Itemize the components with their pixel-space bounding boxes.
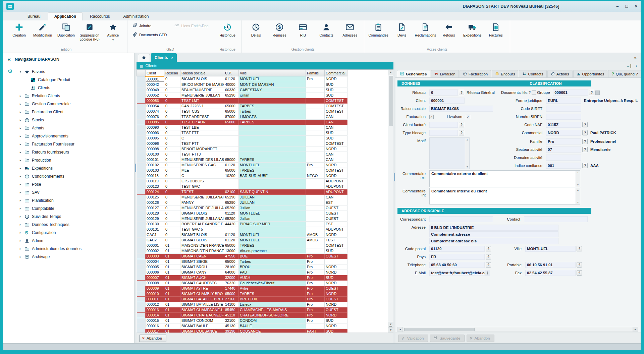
cell-raison-sociale[interactable]: MENUISERIE JUILLAN bbox=[180, 93, 224, 98]
row-selector[interactable] bbox=[137, 152, 146, 157]
ribbon-button-duplication[interactable]: Duplication bbox=[55, 21, 77, 37]
cell-c-p[interactable]: 17440 bbox=[224, 286, 239, 291]
row-selector[interactable] bbox=[137, 312, 146, 318]
cell-commercial[interactable]: NORD bbox=[325, 312, 347, 318]
documents-lies-checkbox[interactable] bbox=[532, 91, 536, 95]
scroll-end-icon[interactable]: ▼ bbox=[388, 322, 393, 327]
row-selector[interactable] bbox=[137, 178, 146, 184]
cell-commercial[interactable]: NORD bbox=[325, 302, 347, 307]
cell-famille[interactable] bbox=[306, 157, 325, 162]
cell-client[interactable]: 000014 bbox=[146, 312, 164, 318]
row-selector[interactable] bbox=[137, 76, 146, 82]
cell-client[interactable]: 000123 bbox=[146, 184, 164, 189]
row-selector[interactable] bbox=[137, 205, 146, 211]
row-selector[interactable] bbox=[137, 296, 146, 302]
sidebar-item-conditionnements[interactable]: ▸Conditionnements bbox=[18, 172, 134, 180]
table-row[interactable]: 0000960TEST FTTCOMTEST bbox=[137, 141, 347, 146]
cell-reseau[interactable]: 0 bbox=[164, 146, 180, 152]
cell-c-p[interactable]: 65290 bbox=[224, 194, 239, 200]
adresse-ligne2-field[interactable]: Complément adresse bbox=[429, 231, 558, 237]
table-row[interactable]: 0001270MENUISERIE DE JUILLAN65290Juillan… bbox=[137, 205, 347, 211]
cell-famille[interactable]: Pro bbox=[306, 76, 325, 82]
cell-raison-sociale[interactable]: TEST FTT bbox=[180, 141, 224, 146]
table-row[interactable]: 00000901BIGMAT AYTRE17440AytreProOUEST bbox=[137, 286, 347, 291]
cell-client[interactable]: 000126 bbox=[146, 200, 164, 205]
cell-commercial[interactable]: COMTEST bbox=[325, 109, 347, 114]
cell-commercial[interactable]: CAN bbox=[325, 194, 347, 200]
cell-client[interactable]: 000015 bbox=[146, 318, 164, 323]
cell-c-p[interactable]: 65290 bbox=[224, 216, 239, 221]
help-button[interactable]: ? bbox=[486, 254, 491, 259]
table-row[interactable]: 0001240TREST02100SAINT QUENTINADUPONT bbox=[137, 189, 347, 194]
cell-commercial[interactable]: SUD bbox=[325, 318, 347, 323]
cell-reseau[interactable]: 01 bbox=[164, 323, 180, 329]
cell-client[interactable]: 000085 bbox=[146, 119, 164, 125]
sidebar-item-approvisionnements[interactable]: ▸Approvisionnements bbox=[18, 132, 134, 140]
table-row[interactable]: 0001250MENUISERIE JUILLANAIS65290JUILLAN… bbox=[137, 194, 347, 200]
chevron-right-icon[interactable]: ▸ bbox=[18, 231, 22, 234]
table-row[interactable]: 0001260FANNY65290JUILLANEST bbox=[137, 200, 347, 205]
cell-commercial[interactable]: SUD bbox=[325, 329, 347, 333]
row-selector[interactable] bbox=[137, 135, 146, 141]
table-row[interactable]: 00000301BIGMAT CAEN47550BOEProOUEST bbox=[137, 253, 347, 259]
cell-raison-sociale[interactable]: TEST GAC bbox=[180, 184, 224, 189]
ribbon-tab-application[interactable]: Application bbox=[48, 12, 83, 20]
row-selector[interactable] bbox=[137, 243, 146, 248]
cell-c-p[interactable] bbox=[224, 141, 239, 146]
cell-famille[interactable] bbox=[306, 109, 325, 114]
ribbon-button-retours[interactable]: Retours bbox=[437, 21, 460, 37]
cell-famille[interactable] bbox=[306, 93, 325, 98]
cell-ville[interactable]: CHATEAUNEUF-SUR-LOIRE bbox=[239, 312, 306, 318]
cell-client[interactable]: 000095 bbox=[146, 135, 164, 141]
cell-c-p[interactable]: 76320 bbox=[224, 280, 239, 286]
cell-commercial[interactable]: NORD bbox=[325, 270, 347, 275]
cell-ville[interactable]: PAU bbox=[239, 270, 306, 275]
cell-ville[interactable] bbox=[239, 146, 306, 152]
cell-client[interactable]: 000049 bbox=[146, 87, 164, 93]
cell-client[interactable]: 000098 bbox=[146, 146, 164, 152]
cell-raison-sociale[interactable]: FANNY bbox=[180, 200, 224, 205]
cell-ville[interactable]: SAINT QUENTIN bbox=[239, 189, 306, 194]
table-row[interactable]: 00000201MAISONS D'EN FRANCE13090Aix-en-p… bbox=[137, 248, 347, 253]
cell-commercial[interactable]: OUEST bbox=[325, 205, 347, 211]
cell-ville[interactable]: BROU bbox=[239, 264, 306, 270]
cell-raison-sociale[interactable]: MENUISERIE DE JUILLAN bbox=[180, 205, 224, 211]
cell-commercial[interactable]: ADUPONT bbox=[325, 178, 347, 184]
cell-client[interactable]: 000054 bbox=[146, 103, 164, 109]
cell-c-p[interactable]: 47550 bbox=[224, 253, 239, 259]
sidebar-item-expeditions[interactable]: ▸Expéditions bbox=[18, 164, 134, 172]
cell-commercial[interactable]: NORD bbox=[325, 280, 347, 286]
ribbon-button-joindre[interactable]: Joindre bbox=[130, 21, 153, 30]
cell-reseau[interactable]: 0 bbox=[164, 232, 180, 237]
cell-ville[interactable]: CONDOM bbox=[239, 318, 306, 323]
cell-ville[interactable]: Aix-en-provence bbox=[239, 248, 306, 253]
cell-c-p[interactable]: 01120 bbox=[224, 237, 239, 243]
cell-c-p[interactable] bbox=[224, 125, 239, 130]
cell-famille[interactable] bbox=[306, 114, 325, 119]
row-selector[interactable] bbox=[137, 130, 146, 135]
cell-client[interactable]: 000007 bbox=[146, 275, 164, 280]
ribbon-button-expeditions[interactable]: Expéditions bbox=[461, 21, 484, 37]
ville-field[interactable]: MONTLUEL bbox=[525, 246, 576, 252]
cell-reseau[interactable]: 01 bbox=[164, 291, 180, 296]
help-button[interactable]: ? bbox=[577, 246, 582, 251]
table-row[interactable]: 0001310TEST GAC 5ADUPONT bbox=[137, 227, 347, 232]
cell-c-p[interactable] bbox=[224, 135, 239, 141]
row-selector[interactable] bbox=[137, 211, 146, 216]
cell-commercial[interactable]: NORD bbox=[325, 323, 347, 329]
cell-raison-sociale[interactable]: TEST LBE bbox=[180, 125, 224, 130]
cell-ville[interactable] bbox=[239, 152, 306, 157]
cell-famille[interactable] bbox=[306, 119, 325, 125]
cell-ville[interactable]: TARBES bbox=[239, 119, 306, 125]
cell-raison-sociale[interactable]: C bbox=[180, 173, 224, 178]
cell-commercial[interactable]: COMTEST bbox=[325, 103, 347, 109]
cell-reseau[interactable]: 0 bbox=[164, 152, 180, 157]
chevron-right-icon[interactable]: ▸ bbox=[18, 134, 22, 138]
cell-raison-sociale[interactable]: BIGMAT BLOIS bbox=[180, 237, 224, 243]
sidebar-item-admin[interactable]: ▸Admin bbox=[18, 237, 134, 245]
cell-raison-sociale[interactable]: MAISONS D'EN FRANCE bbox=[180, 243, 224, 248]
motif-textarea[interactable]: ▲▼ bbox=[429, 137, 470, 169]
table-row[interactable]: 00000701BIGMAT AUCH32000AUCHProSUD bbox=[137, 275, 347, 280]
cell-commercial[interactable]: CAN bbox=[325, 114, 347, 119]
cell-reseau[interactable]: 0 bbox=[164, 216, 180, 221]
